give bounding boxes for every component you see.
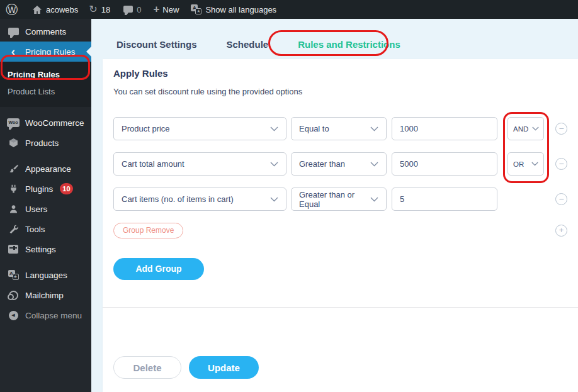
- woocommerce-icon: Woo: [7, 118, 20, 127]
- updates-count: 18: [101, 5, 110, 14]
- apply-rules-description: You can set discount rule using the prov…: [113, 87, 302, 96]
- tools-wrench-icon: [7, 224, 20, 235]
- sidebar-item-products[interactable]: Products: [0, 133, 91, 153]
- users-icon: [7, 204, 20, 215]
- site-menu[interactable]: acowebs: [32, 0, 78, 19]
- add-rule-button[interactable]: +: [555, 225, 567, 237]
- chevron-left-icon: ‹: [7, 47, 20, 56]
- rule-operator-select[interactable]: Greater than or Equal: [291, 188, 387, 211]
- plugins-update-badge: 10: [60, 183, 72, 194]
- appearance-brush-icon: [7, 164, 20, 174]
- rule-value-input[interactable]: [392, 117, 497, 140]
- sidebar-item-plugins[interactable]: Plugins 10: [0, 179, 91, 199]
- rule-field-select[interactable]: Product price: [113, 117, 286, 140]
- translate-icon: A ★: [191, 4, 201, 14]
- new-menu[interactable]: + New: [153, 0, 179, 19]
- sidebar-item-tools[interactable]: Tools: [0, 219, 91, 239]
- tab-rules-and-restrictions[interactable]: Rules and Restrictions: [298, 39, 400, 50]
- sidebar-item-appearance[interactable]: Appearance: [0, 159, 91, 179]
- chevron-down-icon: [532, 126, 539, 131]
- sidebar-item-settings[interactable]: Settings: [0, 239, 91, 259]
- rule-operator-select[interactable]: Greater than: [291, 152, 387, 176]
- group-actions-row: Group Remove +: [113, 223, 578, 239]
- rule-row: Product price Equal to AND −: [113, 117, 578, 140]
- rule-row: Cart total amount Greater than OR −: [113, 152, 578, 176]
- rule-value-input[interactable]: [392, 152, 497, 176]
- rule-logic-select[interactable]: AND: [507, 117, 544, 140]
- chevron-down-icon: [531, 162, 538, 166]
- rule-row: Cart items (no. of items in cart) Greate…: [113, 188, 578, 211]
- apply-rules-heading: Apply Rules: [113, 68, 168, 79]
- rule-value-input[interactable]: [392, 188, 497, 211]
- chevron-down-icon: [370, 126, 378, 132]
- sidebar-item-languages[interactable]: A★ Languages: [0, 265, 91, 285]
- footer-buttons: Delete Update: [113, 356, 259, 379]
- mailchimp-icon: [7, 291, 20, 300]
- rules-list: Product price Equal to AND − Cart total …: [113, 117, 578, 280]
- settings-tabs: Discount Settings Schedule Rules and Res…: [91, 19, 578, 59]
- new-label: New: [162, 5, 179, 14]
- chevron-down-icon: [270, 162, 278, 167]
- sidebar-item-comments[interactable]: Comments: [0, 21, 91, 42]
- sidebar-item-collapse-menu[interactable]: ◀ Collapse menu: [0, 305, 91, 325]
- plugins-plug-icon: [7, 184, 20, 194]
- products-cube-icon: [7, 138, 20, 148]
- comments-count: 0: [137, 5, 141, 14]
- sidebar-item-mailchimp[interactable]: Mailchimp: [0, 285, 91, 305]
- collapse-arrow-icon: ◀: [7, 311, 20, 320]
- submenu-item-pricing-rules[interactable]: Pricing Rules: [0, 66, 91, 83]
- rule-logic-select[interactable]: OR: [507, 152, 544, 176]
- divider: [103, 307, 578, 308]
- chevron-down-icon: [270, 126, 278, 132]
- rule-field-select[interactable]: Cart items (no. of items in cart): [113, 188, 286, 211]
- comments-bubble-icon: [123, 6, 133, 13]
- delete-button[interactable]: Delete: [113, 356, 181, 379]
- home-icon: [32, 5, 42, 14]
- updates-icon: ↻: [89, 4, 97, 14]
- settings-icon: [7, 245, 20, 254]
- sidebar-item-users[interactable]: Users: [0, 199, 91, 219]
- pricing-rules-submenu: Pricing Rules Product Lists: [0, 62, 91, 107]
- remove-rule-button[interactable]: −: [555, 123, 567, 135]
- main-content: Discount Settings Schedule Rules and Res…: [91, 19, 578, 392]
- remove-rule-button[interactable]: −: [555, 193, 567, 205]
- sidebar-item-woocommerce[interactable]: Woo WooCommerce: [0, 113, 91, 133]
- submenu-item-product-lists[interactable]: Product Lists: [0, 83, 91, 100]
- rules-card: Apply Rules You can set discount rule us…: [103, 59, 578, 392]
- site-name: acowebs: [46, 5, 78, 14]
- updates-menu[interactable]: ↻ 18: [89, 0, 110, 19]
- comments-icon: [7, 28, 20, 35]
- languages-label: Show all languages: [205, 5, 276, 14]
- rule-field-select[interactable]: Cart total amount: [113, 152, 286, 176]
- plus-icon: +: [153, 3, 159, 16]
- tab-schedule[interactable]: Schedule: [227, 39, 269, 50]
- chevron-down-icon: [370, 197, 378, 202]
- languages-translate-icon: A★: [7, 270, 20, 280]
- sidebar-item-pricing-rules[interactable]: ‹ Pricing Rules: [0, 42, 91, 62]
- add-group-button[interactable]: Add Group: [113, 258, 204, 280]
- update-button[interactable]: Update: [189, 356, 259, 379]
- admin-sidebar: Comments ‹ Pricing Rules Pricing Rules P…: [0, 19, 91, 392]
- chevron-down-icon: [270, 197, 278, 202]
- show-all-languages-menu[interactable]: A ★ Show all languages: [191, 0, 276, 19]
- wordpress-logo-icon[interactable]: Ⓦ: [6, 0, 18, 19]
- admin-bar: Ⓦ acowebs ↻ 18 0 + New A ★ Show all lang…: [0, 0, 578, 19]
- rule-operator-select[interactable]: Equal to: [291, 117, 387, 140]
- chevron-down-icon: [370, 162, 378, 167]
- remove-rule-button[interactable]: −: [555, 158, 567, 170]
- comments-menu[interactable]: 0: [123, 0, 141, 19]
- tab-discount-settings[interactable]: Discount Settings: [116, 39, 197, 50]
- group-remove-button[interactable]: Group Remove: [113, 223, 183, 238]
